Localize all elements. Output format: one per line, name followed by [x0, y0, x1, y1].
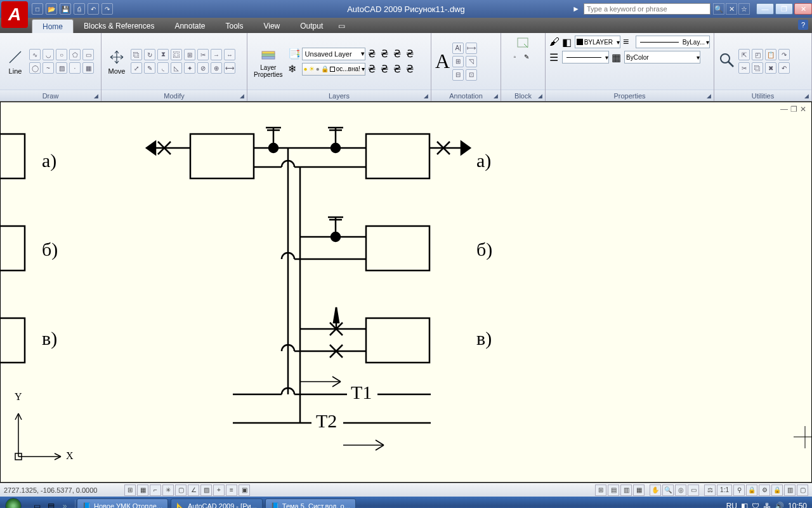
- toolbar-lock-icon[interactable]: 🔒: [771, 485, 783, 496]
- layer-tool1-icon[interactable]: ₴: [368, 48, 378, 60]
- draw-point-icon[interactable]: ·: [69, 62, 81, 74]
- annot-field-icon[interactable]: ⊟: [452, 69, 464, 81]
- modify-mirror-icon[interactable]: ⧗: [157, 49, 169, 60]
- qat-print-icon[interactable]: ⎙: [74, 3, 85, 15]
- tray-security-icon[interactable]: 🛡: [752, 502, 759, 508]
- linetype-combo[interactable]: ByLay...▾: [636, 36, 710, 48]
- annot-table-icon[interactable]: ⊞: [452, 56, 464, 67]
- annolock-icon[interactable]: 🔒: [746, 485, 757, 496]
- util-copy-icon[interactable]: ⿻: [752, 62, 763, 74]
- color-combo[interactable]: BYLAYER▾: [575, 36, 620, 48]
- clock[interactable]: 10:50: [788, 502, 807, 508]
- modify-fillet-icon[interactable]: ◟: [157, 62, 169, 74]
- block-insert-button[interactable]: [515, 36, 532, 52]
- util-paste-icon[interactable]: 📋: [765, 49, 776, 60]
- draw-ellipse-icon[interactable]: ◯: [29, 62, 41, 74]
- block-create-icon[interactable]: ▫: [514, 53, 523, 60]
- layer-tool5-icon[interactable]: ₴: [368, 63, 378, 75]
- minimize-button[interactable]: —: [756, 3, 774, 15]
- workspace-icon[interactable]: ⚙: [759, 485, 770, 496]
- app-logo[interactable]: A: [1, 1, 28, 28]
- plotstyle-combo[interactable]: ByColor▾: [624, 51, 700, 64]
- draw-polygon-icon[interactable]: ⬠: [69, 49, 81, 60]
- line-button[interactable]: Line: [4, 47, 27, 76]
- tray-safearm-icon[interactable]: ◧: [741, 502, 748, 508]
- util-undo-icon[interactable]: ↶: [778, 62, 790, 74]
- modify-array-icon[interactable]: ⊞: [184, 49, 195, 60]
- lwt-toggle[interactable]: ≡: [226, 485, 237, 496]
- prop-match-icon[interactable]: 🖌: [549, 36, 560, 48]
- prop-lines-icon[interactable]: ≡: [623, 36, 633, 48]
- layer-tool3-icon[interactable]: ₴: [393, 48, 403, 60]
- search-go-icon[interactable]: 🔍: [713, 3, 724, 15]
- modify-explode-icon[interactable]: ✦: [184, 62, 195, 74]
- modify-scale-icon[interactable]: ⤢: [131, 62, 142, 74]
- move-button[interactable]: Move: [105, 47, 128, 76]
- taskbar-app-autocad[interactable]: 📐AutoCAD 2009 - [Ри...: [171, 498, 263, 508]
- draw-region-icon[interactable]: ▦: [82, 62, 94, 74]
- taskbar-app-word2[interactable]: 📘Тема 5. Сист.вод. о...: [265, 498, 356, 508]
- modify-lengthen-icon[interactable]: ⟷: [224, 62, 235, 74]
- ortho-toggle[interactable]: ⌐: [150, 485, 161, 496]
- annoscale-icon[interactable]: ⚖: [704, 485, 716, 496]
- qat-new-icon[interactable]: □: [32, 3, 43, 15]
- layer-tool6-icon[interactable]: ₴: [381, 63, 391, 75]
- layer-freeze-icon[interactable]: ❄: [288, 63, 299, 75]
- steering-icon[interactable]: ◎: [675, 485, 686, 496]
- layer-state-combo[interactable]: Unsaved Layer▾: [302, 48, 365, 60]
- zoom-in-icon[interactable]: 🔍: [662, 485, 674, 496]
- modify-extend-icon[interactable]: →: [211, 49, 222, 60]
- tab-extra-icon[interactable]: ▭: [333, 19, 350, 33]
- grid-toggle[interactable]: ▦: [137, 485, 148, 496]
- tab-annotate[interactable]: Annotate: [164, 19, 215, 33]
- osnap-toggle[interactable]: ▢: [175, 485, 187, 496]
- util-cut-icon[interactable]: ✂: [738, 62, 750, 74]
- layer-tool2-icon[interactable]: ₴: [381, 48, 391, 60]
- close-button[interactable]: ✕: [794, 3, 812, 15]
- tab-blocks[interactable]: Blocks & References: [74, 19, 164, 33]
- polar-toggle[interactable]: ✳: [162, 485, 174, 496]
- util-measure-icon[interactable]: ⇱: [738, 49, 750, 60]
- tab-view[interactable]: View: [253, 19, 290, 33]
- drawing-canvas[interactable]: — ❐ ✕ а) а) б) б) в) в) Т1 Т2 X Y: [0, 102, 812, 483]
- draw-hatch-icon[interactable]: ▨: [56, 62, 67, 74]
- layer-tool7-icon[interactable]: ₴: [393, 63, 403, 75]
- snap-toggle[interactable]: ⊞: [124, 485, 136, 496]
- tab-output[interactable]: Output: [290, 19, 333, 33]
- favorites-icon[interactable]: ☆: [738, 3, 750, 15]
- annovis-icon[interactable]: ⚲: [733, 485, 745, 496]
- modify-stretch-icon[interactable]: ↔: [224, 49, 235, 60]
- switch-windows-icon[interactable]: ▤: [44, 500, 57, 508]
- comm-center-icon[interactable]: ✕: [726, 3, 737, 15]
- zoom-button[interactable]: [718, 51, 736, 72]
- taskbar-app-word1[interactable]: 📘Новое УМК Отопле...: [77, 498, 168, 508]
- layout-nav-icon[interactable]: ▦: [633, 485, 645, 496]
- hardware-icon[interactable]: ▥: [784, 485, 796, 496]
- prop-plot-icon[interactable]: ▦: [612, 51, 622, 64]
- pan-icon[interactable]: ✋: [650, 485, 661, 496]
- clean-screen-icon[interactable]: ▢: [797, 485, 808, 496]
- draw-arc-icon[interactable]: ◡: [43, 49, 54, 60]
- tab-tools[interactable]: Tools: [215, 19, 253, 33]
- util-select-icon[interactable]: ◰: [752, 49, 763, 60]
- modify-trim-icon[interactable]: ✂: [197, 49, 209, 60]
- draw-rect-icon[interactable]: ▭: [82, 49, 94, 60]
- modify-erase-icon[interactable]: ✎: [144, 62, 155, 74]
- util-clear-icon[interactable]: ✖: [765, 62, 776, 74]
- draw-polyline-icon[interactable]: ∿: [29, 49, 41, 60]
- tab-home[interactable]: Home: [32, 19, 74, 33]
- qat-redo-icon[interactable]: ↷: [102, 3, 113, 15]
- draw-spline-icon[interactable]: ~: [43, 62, 54, 74]
- show-desktop-icon[interactable]: ▭: [30, 500, 43, 508]
- maximize-button[interactable]: ❐: [775, 3, 793, 15]
- lineweight-combo[interactable]: ▾: [562, 51, 609, 64]
- tray-network-icon[interactable]: 🖧: [763, 502, 771, 508]
- annot-dim-icon[interactable]: ⟼: [466, 43, 477, 54]
- annot-tol-icon[interactable]: ⊡: [466, 69, 477, 81]
- tray-volume-icon[interactable]: 🔊: [775, 502, 784, 508]
- ducs-toggle[interactable]: ▨: [200, 485, 212, 496]
- layer-current-combo[interactable]: ●☀●🔒 ос...вна!▾: [302, 63, 365, 76]
- layer-tool4-icon[interactable]: ₴: [406, 48, 416, 60]
- annot-leader-icon[interactable]: ◹: [466, 56, 477, 67]
- help-icon[interactable]: ?: [798, 20, 808, 30]
